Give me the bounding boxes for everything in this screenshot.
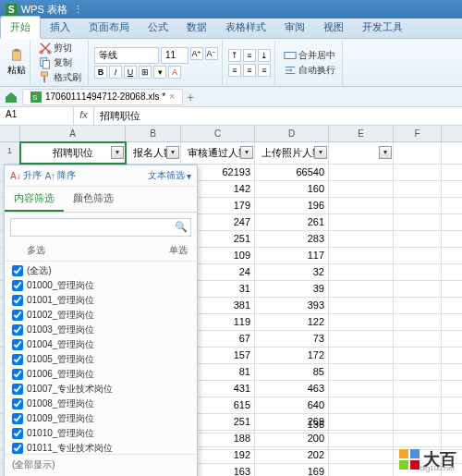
- filter-item[interactable]: 01006_管理岗位: [5, 367, 197, 382]
- filter-button[interactable]: ▾: [379, 146, 392, 159]
- col-header[interactable]: B: [126, 126, 181, 141]
- filter-item[interactable]: (全选): [5, 263, 197, 278]
- tab-formula[interactable]: 公式: [139, 17, 177, 38]
- filter-checkbox[interactable]: [12, 413, 23, 424]
- cell[interactable]: 640: [255, 397, 329, 413]
- menu-dots-icon[interactable]: ⋮: [73, 4, 83, 16]
- filter-item[interactable]: 01008_管理岗位: [5, 397, 197, 411]
- cell[interactable]: [255, 433, 329, 449]
- cell[interactable]: 117: [255, 248, 329, 263]
- col-header[interactable]: D: [255, 126, 329, 141]
- sort-desc-button[interactable]: A↑降序: [45, 169, 77, 182]
- col-header[interactable]: A: [20, 126, 126, 141]
- cell[interactable]: 463: [255, 381, 329, 397]
- col-header[interactable]: F: [394, 126, 442, 141]
- align-right-button[interactable]: ≡: [258, 64, 271, 77]
- cell[interactable]: 73: [255, 331, 329, 347]
- cell-header[interactable]: 审核通过人数▾: [181, 142, 255, 164]
- cell[interactable]: 136: [255, 417, 329, 433]
- filter-item[interactable]: 01004_管理岗位: [5, 337, 197, 352]
- wrap-button[interactable]: 自动换行: [281, 63, 338, 78]
- filter-checkbox[interactable]: [12, 369, 23, 380]
- filter-item[interactable]: 01002_管理岗位: [5, 308, 197, 323]
- filter-checkbox[interactable]: [12, 324, 23, 336]
- filter-checkbox[interactable]: [12, 265, 23, 276]
- fx-icon[interactable]: fx: [74, 107, 94, 125]
- underline-button[interactable]: U: [124, 66, 137, 79]
- cell[interactable]: 393: [255, 298, 329, 313]
- size-select[interactable]: 11: [161, 47, 188, 64]
- format-painter-button[interactable]: 格式刷: [36, 70, 84, 85]
- close-doc-icon[interactable]: ×: [169, 92, 175, 102]
- tab-home[interactable]: 开始: [0, 16, 41, 39]
- text-filter-button[interactable]: 文本筛选 ▾: [148, 169, 191, 182]
- bold-button[interactable]: B: [94, 66, 107, 79]
- filter-item[interactable]: 01005_管理岗位: [5, 352, 197, 367]
- filter-item[interactable]: 01001_管理岗位: [5, 293, 197, 308]
- cell[interactable]: ▾: [329, 142, 394, 164]
- cell[interactable]: [394, 142, 442, 164]
- filter-tab-content[interactable]: 内容筛选: [5, 187, 64, 212]
- formula-input[interactable]: 招聘职位: [94, 107, 462, 125]
- single-select-label[interactable]: 单选: [169, 244, 188, 257]
- italic-button[interactable]: I: [109, 66, 122, 79]
- filter-item[interactable]: 01000_管理岗位: [5, 278, 197, 293]
- filter-checkbox[interactable]: [12, 295, 23, 306]
- tab-dev[interactable]: 开发工具: [353, 17, 412, 38]
- tab-insert[interactable]: 插入: [41, 17, 79, 38]
- copy-button[interactable]: 复制: [36, 55, 75, 70]
- tab-layout[interactable]: 页面布局: [79, 17, 139, 38]
- cell[interactable]: 32: [255, 264, 329, 280]
- align-center-button[interactable]: ≡: [243, 64, 256, 77]
- merge-button[interactable]: 合并居中: [281, 48, 338, 63]
- filter-checkbox[interactable]: [12, 310, 23, 321]
- cell[interactable]: 261: [255, 214, 329, 230]
- filter-checkbox[interactable]: [12, 339, 23, 350]
- tab-view[interactable]: 视图: [314, 17, 353, 38]
- cell[interactable]: 196: [255, 198, 329, 214]
- cut-button[interactable]: 剪切: [36, 41, 75, 55]
- filter-checkbox[interactable]: [12, 354, 23, 365]
- cell[interactable]: 66540: [255, 165, 329, 180]
- align-bot-button[interactable]: ⤓: [258, 49, 271, 62]
- filter-checkbox[interactable]: [12, 384, 23, 395]
- filter-button[interactable]: ▾: [314, 146, 327, 159]
- filter-tab-color[interactable]: 颜色筛选: [64, 187, 123, 212]
- home-icon[interactable]: [4, 90, 18, 104]
- sort-asc-button[interactable]: A↓升序: [10, 169, 42, 182]
- filter-item[interactable]: 01009_管理岗位: [5, 411, 197, 426]
- filter-button[interactable]: ▾: [240, 146, 253, 159]
- filter-button[interactable]: ▾: [166, 146, 179, 159]
- cell[interactable]: 172: [255, 348, 329, 363]
- filter-item[interactable]: 01007_专业技术岗位: [5, 382, 197, 397]
- filter-checkbox[interactable]: [12, 443, 23, 454]
- cell[interactable]: 85: [255, 364, 329, 380]
- filter-button[interactable]: ▾: [111, 146, 124, 159]
- select-all-corner[interactable]: [0, 126, 20, 141]
- multi-select-label[interactable]: 多选: [27, 244, 45, 257]
- tab-data[interactable]: 数据: [177, 17, 216, 38]
- tab-review[interactable]: 审阅: [275, 17, 314, 38]
- border-button[interactable]: ⊞: [139, 66, 152, 79]
- inc-size-button[interactable]: A⁺: [190, 47, 203, 60]
- cell-header[interactable]: 报名人数▾: [126, 142, 181, 164]
- name-box[interactable]: A1: [0, 107, 74, 125]
- filter-search-input[interactable]: [10, 218, 191, 237]
- filter-checkbox[interactable]: [12, 280, 23, 291]
- paste-button[interactable]: 粘贴: [7, 49, 26, 77]
- col-header[interactable]: C: [181, 126, 255, 141]
- filter-item[interactable]: 01003_管理岗位: [5, 323, 197, 337]
- cell-header[interactable]: 上传照片人数▾: [255, 142, 329, 164]
- tab-tablestyle[interactable]: 表格样式: [216, 17, 275, 38]
- cell[interactable]: 122: [255, 314, 329, 330]
- cell[interactable]: 39: [255, 281, 329, 297]
- fill-button[interactable]: ▾: [153, 66, 166, 79]
- align-left-button[interactable]: ≡: [228, 64, 241, 77]
- font-select[interactable]: 等线: [94, 47, 159, 64]
- cell[interactable]: 160: [255, 181, 329, 197]
- col-header[interactable]: E: [329, 126, 394, 141]
- fontcolor-button[interactable]: A: [168, 66, 181, 79]
- add-doc-button[interactable]: +: [187, 90, 194, 104]
- cell[interactable]: 283: [255, 231, 329, 247]
- row-header[interactable]: 1: [0, 142, 20, 164]
